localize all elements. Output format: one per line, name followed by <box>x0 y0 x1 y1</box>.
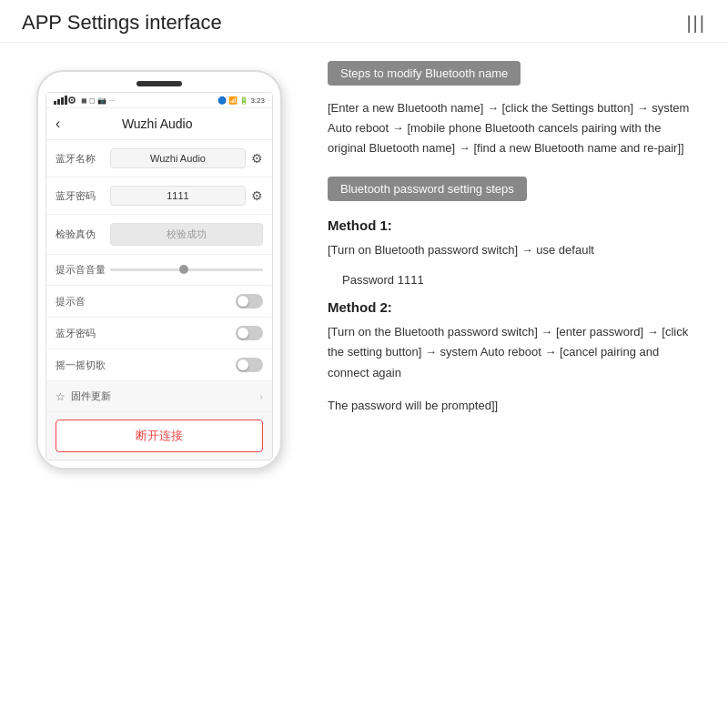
phone-top <box>38 72 280 92</box>
tone-toggle-knob <box>238 296 248 307</box>
phone-screen: ◼ ◻ 📷 ··· 🔵 📶 🔋 3:23 ‹ Wuzhi Audio 蓝牙名称 <box>46 92 273 460</box>
method1-password: Password 1111 <box>328 273 701 287</box>
shake-toggle[interactable] <box>236 358 263 372</box>
disconnect-button[interactable]: 断开连接 <box>56 420 263 452</box>
bluetooth-name-label: 蓝牙名称 <box>56 152 110 166</box>
bluetooth-password-label: 蓝牙密码 <box>56 189 110 203</box>
status-time: 🔵 📶 🔋 3:23 <box>217 96 265 105</box>
svg-rect-1 <box>57 99 60 105</box>
status-right: 🔵 📶 🔋 3:23 <box>217 96 265 105</box>
bt-password-toggle-row: 蓝牙密码 <box>46 318 272 349</box>
bluetooth-password-row: 蓝牙密码 1111 ⚙ <box>46 177 272 215</box>
firmware-row[interactable]: ☆ 固件更新 › <box>46 381 272 412</box>
bluetooth-name-gear-icon[interactable]: ⚙ <box>251 151 263 166</box>
phone-mockup-section: ◼ ◻ 📷 ··· 🔵 📶 🔋 3:23 ‹ Wuzhi Audio 蓝牙名称 <box>18 61 300 712</box>
bt-password-toggle-knob <box>238 328 248 339</box>
badge-password-steps: Bluetooth password setting steps <box>328 177 527 201</box>
svg-rect-2 <box>61 97 64 105</box>
signal-icons <box>54 96 79 105</box>
firmware-icon: ☆ <box>56 390 66 403</box>
volume-slider[interactable] <box>110 268 263 271</box>
app-header: ‹ Wuzhi Audio <box>46 108 272 140</box>
method2-note: The password will be prompted]] <box>328 396 701 416</box>
method2-title: Method 2: <box>328 299 701 315</box>
phone-outer: ◼ ◻ 📷 ··· 🔵 📶 🔋 3:23 ‹ Wuzhi Audio 蓝牙名称 <box>36 70 282 470</box>
slider-thumb <box>179 265 188 274</box>
svg-rect-0 <box>54 101 56 105</box>
method1-text: [Turn on Bluetooth password switch] → us… <box>328 240 701 260</box>
badge-modify-name: Steps to modify Bluetooth name <box>328 61 521 86</box>
volume-row: 提示音音量 <box>46 255 272 286</box>
firmware-arrow-icon: › <box>259 391 263 402</box>
tone-toggle-row: 提示音 <box>46 286 272 318</box>
phone-notch <box>136 81 182 86</box>
menu-icon[interactable]: ||| <box>686 13 706 34</box>
bluetooth-password-input[interactable]: 1111 <box>110 186 246 206</box>
shake-label: 摇一摇切歌 <box>56 359 110 372</box>
svg-rect-3 <box>65 96 67 105</box>
tone-toggle[interactable] <box>236 294 263 308</box>
verify-status: 校验成功 <box>110 223 263 246</box>
verify-row: 检验真伪 校验成功 <box>46 215 272 255</box>
shake-toggle-knob <box>238 359 248 370</box>
bluetooth-password-gear-icon[interactable]: ⚙ <box>251 188 263 203</box>
instructions-section: Steps to modify Bluetooth name [Enter a … <box>318 61 710 712</box>
status-bar: ◼ ◻ 📷 ··· 🔵 📶 🔋 3:23 <box>46 93 272 108</box>
tone-label: 提示音 <box>56 295 110 308</box>
page-title: APP Settings interface <box>22 11 222 35</box>
bt-password-toggle-label: 蓝牙密码 <box>56 327 110 340</box>
header: APP Settings interface ||| <box>0 0 728 43</box>
method2-text: [Turn on the Bluetooth password switch] … <box>328 322 701 382</box>
status-left: ◼ ◻ 📷 ··· <box>54 96 115 105</box>
app-title: Wuzhi Audio <box>69 116 245 131</box>
method1-title: Method 1: <box>328 217 701 233</box>
back-button[interactable]: ‹ <box>56 116 60 132</box>
bluetooth-name-input[interactable]: Wuzhi Audio <box>110 148 246 168</box>
verify-label: 检验真伪 <box>56 228 110 241</box>
status-bar-text: ◼ ◻ 📷 ··· <box>81 96 115 105</box>
bluetooth-name-row: 蓝牙名称 Wuzhi Audio ⚙ <box>46 140 272 177</box>
volume-label: 提示音音量 <box>56 263 110 277</box>
main-content: ◼ ◻ 📷 ··· 🔵 📶 🔋 3:23 ‹ Wuzhi Audio 蓝牙名称 <box>0 43 728 721</box>
firmware-label: 固件更新 <box>71 389 259 403</box>
svg-point-5 <box>71 99 73 101</box>
settings-list: 蓝牙名称 Wuzhi Audio ⚙ 蓝牙密码 1111 ⚙ 检验真伪 校验成功 <box>46 140 272 381</box>
modify-name-text: [Enter a new Bluetooth name] → [click th… <box>328 98 701 158</box>
bt-password-toggle[interactable] <box>236 326 263 340</box>
shake-toggle-row: 摇一摇切歌 <box>46 349 272 381</box>
